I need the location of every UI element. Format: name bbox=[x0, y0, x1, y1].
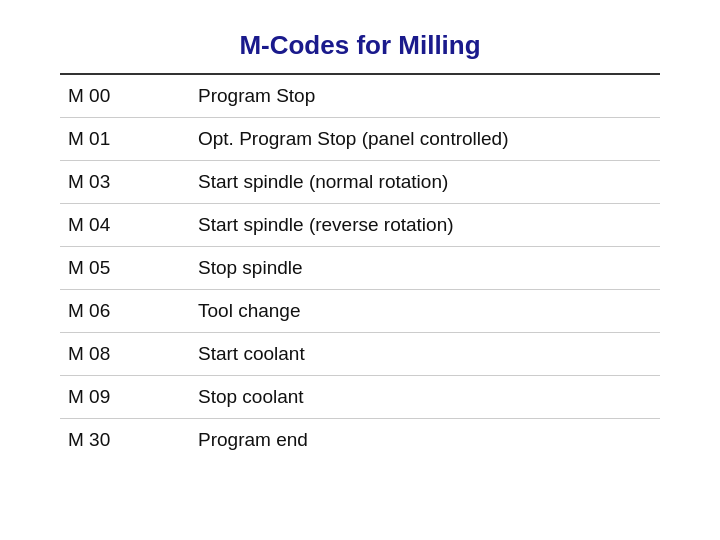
table-row: M 05Stop spindle bbox=[60, 247, 660, 290]
table-row: M 30Program end bbox=[60, 419, 660, 462]
mcode-table: M 00Program StopM 01Opt. Program Stop (p… bbox=[60, 75, 660, 461]
main-container: M-Codes for Milling M 00Program StopM 01… bbox=[60, 30, 660, 461]
mcode-description: Start coolant bbox=[190, 333, 660, 376]
mcode-code: M 30 bbox=[60, 419, 190, 462]
table-row: M 09Stop coolant bbox=[60, 376, 660, 419]
mcode-code: M 06 bbox=[60, 290, 190, 333]
mcode-code: M 04 bbox=[60, 204, 190, 247]
table-row: M 06Tool change bbox=[60, 290, 660, 333]
mcode-description: Tool change bbox=[190, 290, 660, 333]
mcode-description: Start spindle (reverse rotation) bbox=[190, 204, 660, 247]
mcode-description: Opt. Program Stop (panel controlled) bbox=[190, 118, 660, 161]
mcode-code: M 01 bbox=[60, 118, 190, 161]
mcode-code: M 03 bbox=[60, 161, 190, 204]
mcode-code: M 08 bbox=[60, 333, 190, 376]
table-row: M 08Start coolant bbox=[60, 333, 660, 376]
table-row: M 01Opt. Program Stop (panel controlled) bbox=[60, 118, 660, 161]
page-title: M-Codes for Milling bbox=[60, 30, 660, 61]
table-row: M 00Program Stop bbox=[60, 75, 660, 118]
mcode-code: M 09 bbox=[60, 376, 190, 419]
table-row: M 04Start spindle (reverse rotation) bbox=[60, 204, 660, 247]
mcode-description: Start spindle (normal rotation) bbox=[190, 161, 660, 204]
mcode-description: Stop spindle bbox=[190, 247, 660, 290]
mcode-code: M 05 bbox=[60, 247, 190, 290]
mcode-code: M 00 bbox=[60, 75, 190, 118]
mcode-description: Stop coolant bbox=[190, 376, 660, 419]
mcode-description: Program end bbox=[190, 419, 660, 462]
mcode-description: Program Stop bbox=[190, 75, 660, 118]
table-row: M 03Start spindle (normal rotation) bbox=[60, 161, 660, 204]
